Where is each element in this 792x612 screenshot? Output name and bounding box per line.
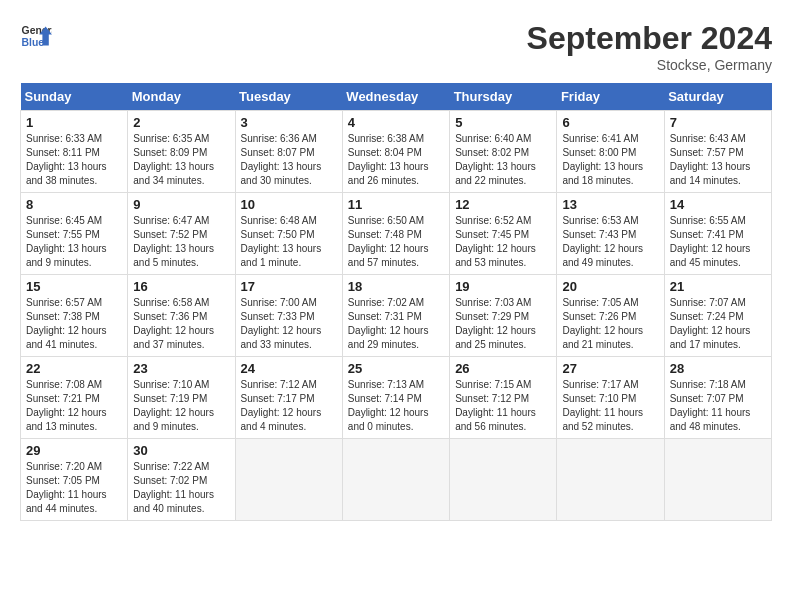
- header-row: Sunday Monday Tuesday Wednesday Thursday…: [21, 83, 772, 111]
- day-number: 19: [455, 279, 551, 294]
- day-number: 5: [455, 115, 551, 130]
- location: Stockse, Germany: [527, 57, 772, 73]
- day-number: 9: [133, 197, 229, 212]
- table-row: 27Sunrise: 7:17 AM Sunset: 7:10 PM Dayli…: [557, 357, 664, 439]
- day-info: Sunrise: 6:40 AM Sunset: 8:02 PM Dayligh…: [455, 132, 551, 188]
- table-row: [664, 439, 771, 521]
- table-row: 19Sunrise: 7:03 AM Sunset: 7:29 PM Dayli…: [450, 275, 557, 357]
- day-info: Sunrise: 6:48 AM Sunset: 7:50 PM Dayligh…: [241, 214, 337, 270]
- table-row: 11Sunrise: 6:50 AM Sunset: 7:48 PM Dayli…: [342, 193, 449, 275]
- col-thursday: Thursday: [450, 83, 557, 111]
- day-info: Sunrise: 7:00 AM Sunset: 7:33 PM Dayligh…: [241, 296, 337, 352]
- day-number: 16: [133, 279, 229, 294]
- day-info: Sunrise: 7:17 AM Sunset: 7:10 PM Dayligh…: [562, 378, 658, 434]
- page-header: General Blue September 2024 Stockse, Ger…: [20, 20, 772, 73]
- day-info: Sunrise: 6:43 AM Sunset: 7:57 PM Dayligh…: [670, 132, 766, 188]
- day-info: Sunrise: 7:08 AM Sunset: 7:21 PM Dayligh…: [26, 378, 122, 434]
- table-row: 8Sunrise: 6:45 AM Sunset: 7:55 PM Daylig…: [21, 193, 128, 275]
- table-row: [342, 439, 449, 521]
- day-info: Sunrise: 6:58 AM Sunset: 7:36 PM Dayligh…: [133, 296, 229, 352]
- day-info: Sunrise: 6:36 AM Sunset: 8:07 PM Dayligh…: [241, 132, 337, 188]
- table-row: 22Sunrise: 7:08 AM Sunset: 7:21 PM Dayli…: [21, 357, 128, 439]
- table-row: 15Sunrise: 6:57 AM Sunset: 7:38 PM Dayli…: [21, 275, 128, 357]
- day-info: Sunrise: 7:15 AM Sunset: 7:12 PM Dayligh…: [455, 378, 551, 434]
- svg-text:Blue: Blue: [22, 37, 45, 48]
- day-info: Sunrise: 6:47 AM Sunset: 7:52 PM Dayligh…: [133, 214, 229, 270]
- table-row: 24Sunrise: 7:12 AM Sunset: 7:17 PM Dayli…: [235, 357, 342, 439]
- table-row: 12Sunrise: 6:52 AM Sunset: 7:45 PM Dayli…: [450, 193, 557, 275]
- table-row: 16Sunrise: 6:58 AM Sunset: 7:36 PM Dayli…: [128, 275, 235, 357]
- col-sunday: Sunday: [21, 83, 128, 111]
- day-info: Sunrise: 7:13 AM Sunset: 7:14 PM Dayligh…: [348, 378, 444, 434]
- day-number: 24: [241, 361, 337, 376]
- table-row: 26Sunrise: 7:15 AM Sunset: 7:12 PM Dayli…: [450, 357, 557, 439]
- table-row: [235, 439, 342, 521]
- title-block: September 2024 Stockse, Germany: [527, 20, 772, 73]
- day-info: Sunrise: 6:52 AM Sunset: 7:45 PM Dayligh…: [455, 214, 551, 270]
- day-number: 12: [455, 197, 551, 212]
- day-number: 2: [133, 115, 229, 130]
- day-number: 8: [26, 197, 122, 212]
- day-info: Sunrise: 6:35 AM Sunset: 8:09 PM Dayligh…: [133, 132, 229, 188]
- col-tuesday: Tuesday: [235, 83, 342, 111]
- day-number: 7: [670, 115, 766, 130]
- day-number: 1: [26, 115, 122, 130]
- day-number: 30: [133, 443, 229, 458]
- day-info: Sunrise: 7:02 AM Sunset: 7:31 PM Dayligh…: [348, 296, 444, 352]
- day-number: 15: [26, 279, 122, 294]
- table-row: 1Sunrise: 6:33 AM Sunset: 8:11 PM Daylig…: [21, 111, 128, 193]
- table-row: 23Sunrise: 7:10 AM Sunset: 7:19 PM Dayli…: [128, 357, 235, 439]
- day-number: 14: [670, 197, 766, 212]
- day-info: Sunrise: 7:12 AM Sunset: 7:17 PM Dayligh…: [241, 378, 337, 434]
- day-info: Sunrise: 6:33 AM Sunset: 8:11 PM Dayligh…: [26, 132, 122, 188]
- day-number: 10: [241, 197, 337, 212]
- logo: General Blue: [20, 20, 52, 52]
- logo-icon: General Blue: [20, 20, 52, 52]
- table-row: 21Sunrise: 7:07 AM Sunset: 7:24 PM Dayli…: [664, 275, 771, 357]
- day-info: Sunrise: 7:03 AM Sunset: 7:29 PM Dayligh…: [455, 296, 551, 352]
- col-friday: Friday: [557, 83, 664, 111]
- day-info: Sunrise: 6:38 AM Sunset: 8:04 PM Dayligh…: [348, 132, 444, 188]
- table-row: 3Sunrise: 6:36 AM Sunset: 8:07 PM Daylig…: [235, 111, 342, 193]
- day-number: 3: [241, 115, 337, 130]
- day-info: Sunrise: 6:55 AM Sunset: 7:41 PM Dayligh…: [670, 214, 766, 270]
- day-number: 17: [241, 279, 337, 294]
- table-row: 18Sunrise: 7:02 AM Sunset: 7:31 PM Dayli…: [342, 275, 449, 357]
- day-number: 26: [455, 361, 551, 376]
- day-number: 18: [348, 279, 444, 294]
- day-info: Sunrise: 7:05 AM Sunset: 7:26 PM Dayligh…: [562, 296, 658, 352]
- table-row: [450, 439, 557, 521]
- table-row: 17Sunrise: 7:00 AM Sunset: 7:33 PM Dayli…: [235, 275, 342, 357]
- table-row: 13Sunrise: 6:53 AM Sunset: 7:43 PM Dayli…: [557, 193, 664, 275]
- day-number: 23: [133, 361, 229, 376]
- day-number: 13: [562, 197, 658, 212]
- table-row: [557, 439, 664, 521]
- table-row: 9Sunrise: 6:47 AM Sunset: 7:52 PM Daylig…: [128, 193, 235, 275]
- table-row: 25Sunrise: 7:13 AM Sunset: 7:14 PM Dayli…: [342, 357, 449, 439]
- day-info: Sunrise: 6:53 AM Sunset: 7:43 PM Dayligh…: [562, 214, 658, 270]
- table-row: 2Sunrise: 6:35 AM Sunset: 8:09 PM Daylig…: [128, 111, 235, 193]
- day-number: 27: [562, 361, 658, 376]
- day-info: Sunrise: 7:20 AM Sunset: 7:05 PM Dayligh…: [26, 460, 122, 516]
- col-monday: Monday: [128, 83, 235, 111]
- calendar-table: Sunday Monday Tuesday Wednesday Thursday…: [20, 83, 772, 521]
- day-info: Sunrise: 6:57 AM Sunset: 7:38 PM Dayligh…: [26, 296, 122, 352]
- month-year: September 2024: [527, 20, 772, 57]
- day-info: Sunrise: 6:41 AM Sunset: 8:00 PM Dayligh…: [562, 132, 658, 188]
- col-saturday: Saturday: [664, 83, 771, 111]
- table-row: 30Sunrise: 7:22 AM Sunset: 7:02 PM Dayli…: [128, 439, 235, 521]
- day-number: 20: [562, 279, 658, 294]
- day-number: 25: [348, 361, 444, 376]
- col-wednesday: Wednesday: [342, 83, 449, 111]
- day-info: Sunrise: 7:10 AM Sunset: 7:19 PM Dayligh…: [133, 378, 229, 434]
- day-number: 11: [348, 197, 444, 212]
- table-row: 28Sunrise: 7:18 AM Sunset: 7:07 PM Dayli…: [664, 357, 771, 439]
- table-row: 4Sunrise: 6:38 AM Sunset: 8:04 PM Daylig…: [342, 111, 449, 193]
- day-info: Sunrise: 6:50 AM Sunset: 7:48 PM Dayligh…: [348, 214, 444, 270]
- day-number: 29: [26, 443, 122, 458]
- day-info: Sunrise: 6:45 AM Sunset: 7:55 PM Dayligh…: [26, 214, 122, 270]
- table-row: 14Sunrise: 6:55 AM Sunset: 7:41 PM Dayli…: [664, 193, 771, 275]
- day-number: 6: [562, 115, 658, 130]
- day-number: 22: [26, 361, 122, 376]
- day-number: 21: [670, 279, 766, 294]
